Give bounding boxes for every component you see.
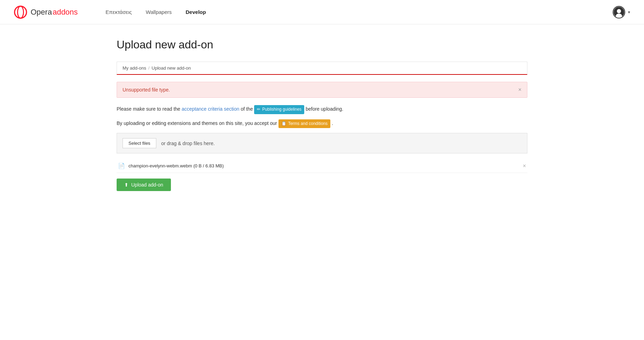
terms-badge-label: Terms and conditions bbox=[288, 120, 328, 128]
upload-icon: ⬆ bbox=[124, 182, 128, 188]
page-title: Upload new add-on bbox=[117, 38, 527, 51]
avatar-icon bbox=[613, 7, 625, 18]
file-icon: 📄 bbox=[118, 163, 125, 169]
upload-btn-label: Upload add-on bbox=[131, 182, 163, 188]
upload-dropzone: Select files or drag & drop files here. bbox=[117, 133, 527, 153]
info-pre-text: Please make sure to read the bbox=[117, 106, 182, 112]
logo-opera-text: Opera bbox=[31, 8, 52, 17]
logo-link[interactable]: Opera addons bbox=[14, 6, 78, 19]
nav-develop[interactable]: Develop bbox=[186, 9, 206, 15]
info-post-text: before uploading. bbox=[306, 106, 343, 112]
terms-conditions-badge[interactable]: 📋 Terms and conditions bbox=[278, 120, 332, 126]
breadcrumb-separator: / bbox=[148, 65, 150, 71]
dropzone-text: or drag & drop files here. bbox=[161, 141, 215, 146]
upload-addon-button[interactable]: ⬆ Upload add-on bbox=[117, 179, 171, 191]
svg-point-1 bbox=[17, 6, 23, 18]
info-mid-text: of the bbox=[241, 106, 254, 112]
acceptance-criteria-link[interactable]: acceptance criteria section bbox=[182, 106, 239, 112]
info-line2-post: . bbox=[332, 120, 333, 126]
file-item: 📄 champion-evelynn-webm.webm (0 B / 6.83… bbox=[117, 159, 527, 173]
alert-close-button[interactable]: × bbox=[518, 87, 521, 93]
avatar bbox=[613, 6, 625, 18]
info-line-2: By uploading or editing extensions and t… bbox=[117, 119, 527, 128]
nav-extensions[interactable]: Επεκτάσεις bbox=[105, 9, 132, 15]
header: Opera addons Επεκτάσεις Wallpapers Devel… bbox=[0, 0, 644, 24]
info-line-1: Please make sure to read the acceptance … bbox=[117, 105, 527, 114]
file-name: champion-evelynn-webm.webm (0 B / 6.83 M… bbox=[128, 163, 224, 168]
error-alert: Unsupported file type. × bbox=[117, 82, 527, 98]
select-files-button[interactable]: Select files bbox=[123, 138, 156, 148]
opera-logo-icon bbox=[14, 6, 27, 19]
breadcrumb: My add-ons / Upload new add-on bbox=[117, 62, 527, 75]
logo-addons-text: addons bbox=[53, 8, 78, 17]
user-menu[interactable]: ▾ bbox=[613, 6, 630, 18]
breadcrumb-my-addons[interactable]: My add-ons bbox=[123, 65, 146, 71]
file-item-info: 📄 champion-evelynn-webm.webm (0 B / 6.83… bbox=[118, 163, 224, 169]
breadcrumb-current: Upload new add-on bbox=[152, 65, 191, 71]
file-remove-button[interactable]: × bbox=[523, 163, 526, 169]
chevron-down-icon: ▾ bbox=[628, 10, 630, 15]
svg-point-3 bbox=[617, 9, 621, 13]
publishing-guidelines-badge[interactable]: ✏ Publishing guidelines bbox=[254, 106, 306, 112]
error-message: Unsupported file type. bbox=[123, 87, 170, 93]
pencil-icon: ✏ bbox=[257, 106, 260, 113]
publishing-badge-label: Publishing guidelines bbox=[262, 106, 301, 113]
main-content: Upload new add-on My add-ons / Upload ne… bbox=[110, 24, 534, 205]
svg-point-0 bbox=[15, 6, 26, 18]
terms-icon: 📋 bbox=[281, 120, 286, 128]
info-line2-pre: By uploading or editing extensions and t… bbox=[117, 120, 278, 126]
main-nav: Επεκτάσεις Wallpapers Develop bbox=[105, 9, 613, 15]
nav-wallpapers[interactable]: Wallpapers bbox=[146, 9, 172, 15]
